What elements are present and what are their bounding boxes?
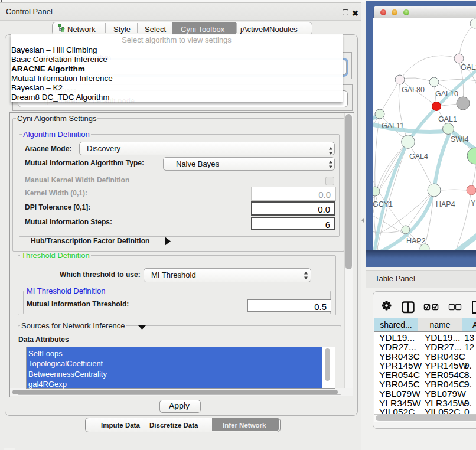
svg-text:SWI4: SWI4 [451,135,469,144]
svg-text:GAL4: GAL4 [409,152,428,161]
svg-text:Y: Y [471,199,476,207]
svg-text:GAL2: GAL2 [461,63,476,71]
svg-text:HAP2: HAP2 [406,237,426,245]
svg-text:GAL80: GAL80 [402,86,425,94]
svg-text:HAP4: HAP4 [436,200,455,208]
svg-text:GAL10: GAL10 [435,90,458,98]
svg-text:GCY1: GCY1 [373,200,393,208]
svg-text:GAL11: GAL11 [382,122,404,130]
svg-text:GAL1: GAL1 [438,115,457,123]
